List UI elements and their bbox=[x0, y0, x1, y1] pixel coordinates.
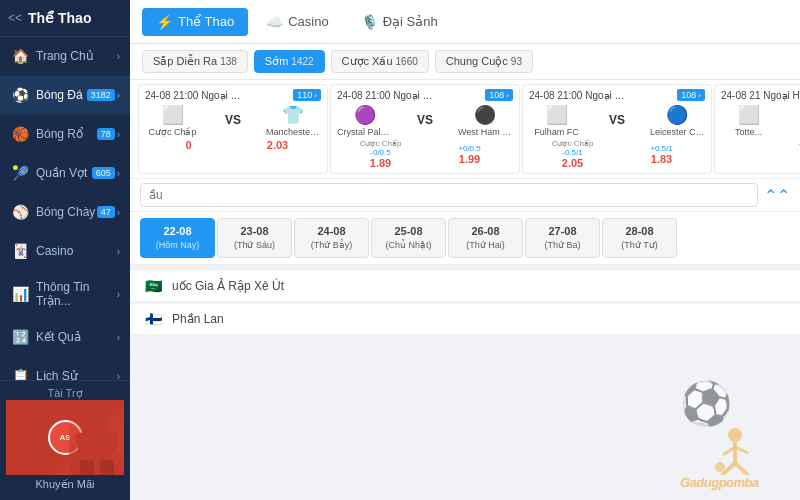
odd-spread-1-1: +0/0.5 bbox=[458, 144, 480, 153]
sidebar-item-label-bong-chay: Bóng Chày bbox=[36, 205, 97, 219]
vs-label-0: VS bbox=[225, 113, 241, 127]
svg-line-11 bbox=[735, 447, 748, 453]
match-teams-1: 🟣 Crystal Palace... VS ⚫ West Ham Uni... bbox=[337, 103, 513, 137]
match-odds-0: 0 2.03 bbox=[145, 139, 321, 151]
sidebar-item-ket-qua[interactable]: 🔢Kết Quả› bbox=[0, 318, 130, 357]
match-card-header-1: 24-08 21:00 Ngoại Hang ... 108 › bbox=[337, 89, 513, 101]
sidebar-item-arrow-thong-tin: › bbox=[117, 289, 120, 300]
date-btn-4[interactable]: 26-08(Thứ Hai) bbox=[448, 218, 523, 258]
search-bar-row: ⌃⌃ bbox=[130, 179, 800, 212]
bong-chay-icon: ⚾ bbox=[10, 202, 30, 222]
filter-btn-cuoc-xau[interactable]: Cược Xấu1660 bbox=[331, 50, 429, 73]
match-card-3[interactable]: 24-08 21 Ngoại Hang ... 108 › ⬜ Totte...… bbox=[714, 84, 800, 174]
sidebar-item-label-bong-ro: Bóng Rổ bbox=[36, 127, 97, 141]
league-name-finland: Phần Lan bbox=[172, 312, 224, 326]
team1-shirt-3: ⬜ bbox=[738, 103, 760, 127]
casino-tab-label: Casino bbox=[288, 14, 328, 29]
casino-tab-icon: ☁️ bbox=[266, 14, 283, 30]
sidebar-item-label-quan-vot: Quần Vợt bbox=[36, 166, 92, 180]
sidebar-back-button[interactable]: << bbox=[8, 11, 22, 25]
promo-label[interactable]: Khuyến Mãi bbox=[6, 475, 124, 494]
league-row-finland[interactable]: 🇫🇮 Phần Lan bbox=[130, 304, 800, 335]
date-sub-3: (Chủ Nhật) bbox=[380, 239, 437, 252]
match-teams-0: ⬜ Cược Chấp VS 👕 Manchester U... bbox=[145, 103, 321, 137]
filter-btn-chung-cuoc[interactable]: Chung Cuộc93 bbox=[435, 50, 533, 73]
sidebar-item-arrow-bong-ro: › bbox=[117, 129, 120, 140]
sidebar-item-trang-chu[interactable]: 🏠Trang Chủ› bbox=[0, 37, 130, 76]
league-row-saudi[interactable]: 🇸🇦 uốc Gia Ả Rập Xê Út bbox=[130, 271, 800, 302]
sidebar-item-count-bong-da: 3182 bbox=[87, 89, 115, 101]
match-card-0[interactable]: 24-08 21:00 Ngoại Hang ... 110 › ⬜ Cược … bbox=[138, 84, 328, 174]
odd-3-0[interactable]: -1/1.5 bbox=[721, 139, 800, 148]
odd-type-2-0: Cược Chấp bbox=[552, 139, 594, 148]
sidebar-item-bong-ro[interactable]: 🏀Bóng Rổ78› bbox=[0, 115, 130, 154]
top-nav: ⚡Thể Thao☁️Casino🎙️Đại Sảnh bbox=[130, 0, 800, 44]
svg-rect-2 bbox=[80, 460, 94, 475]
league-flag-finland: 🇫🇮 bbox=[142, 312, 164, 326]
filter-btn-sap-dien-ra[interactable]: Sắp Diễn Ra138 bbox=[142, 50, 248, 73]
date-btn-0[interactable]: 22-08(Hôm Nay) bbox=[140, 218, 215, 258]
match-card-2[interactable]: 24-08 21:00 Ngoại Hang ... 108 › ⬜ Fulha… bbox=[522, 84, 712, 174]
team1-shirt-1: 🟣 bbox=[354, 103, 376, 127]
som-label: Sớm bbox=[265, 55, 289, 68]
date-btn-5[interactable]: 27-08(Thứ Ba) bbox=[525, 218, 600, 258]
tab-dai-sanh[interactable]: 🎙️Đại Sảnh bbox=[347, 8, 452, 36]
team2-shirt-0: 👕 bbox=[282, 103, 304, 127]
sidebar-item-thong-tin[interactable]: 📊Thông Tin Trận...› bbox=[0, 271, 130, 318]
team1-2: ⬜ Fulham FC bbox=[529, 103, 584, 137]
match-odds-3: -1/1.5 bbox=[721, 139, 800, 148]
date-btn-2[interactable]: 24-08(Thứ Bảy) bbox=[294, 218, 369, 258]
sidebar-item-arrow-ket-qua: › bbox=[117, 332, 120, 343]
team1-shirt-0: ⬜ bbox=[162, 103, 184, 127]
team2-name-0: Manchester U... bbox=[266, 127, 321, 137]
sidebar-item-count-quan-vot: 605 bbox=[92, 167, 115, 179]
vs-label-1: VS bbox=[417, 113, 433, 127]
odd-2-0[interactable]: Cược Chấp -0.5/1 2.05 bbox=[529, 139, 616, 169]
odd-value-1-0: 1.89 bbox=[370, 157, 391, 169]
filter-btn-som[interactable]: Sớm1422 bbox=[254, 50, 325, 73]
svg-line-9 bbox=[735, 463, 748, 475]
team1-name-0: Cược Chấp bbox=[145, 127, 200, 137]
sidebar-item-arrow-lich-su: › bbox=[117, 371, 120, 381]
sidebar-item-arrow-casino: › bbox=[117, 246, 120, 257]
sidebar-item-label-trang-chu: Trang Chủ bbox=[36, 49, 117, 63]
match-card-1[interactable]: 24-08 21:00 Ngoại Hang ... 108 › 🟣 Cryst… bbox=[330, 84, 520, 174]
sidebar-item-bong-chay[interactable]: ⚾Bóng Chày47› bbox=[0, 193, 130, 232]
tab-casino[interactable]: ☁️Casino bbox=[252, 8, 342, 36]
collapse-up-icon[interactable]: ⌃⌃ bbox=[764, 186, 790, 205]
sidebar-item-label-bong-da: Bóng Đá bbox=[36, 88, 87, 102]
sidebar-item-lich-su[interactable]: 📋Lịch Sử› bbox=[0, 357, 130, 380]
date-sub-2: (Thứ Bảy) bbox=[303, 239, 360, 252]
date-btn-1[interactable]: 23-08(Thứ Sáu) bbox=[217, 218, 292, 258]
match-league-0: 24-08 21:00 Ngoại Hang ... bbox=[145, 90, 245, 101]
odd-0-1[interactable]: 2.03 bbox=[234, 139, 321, 151]
cuoc-xau-label: Cược Xấu bbox=[342, 55, 393, 68]
som-count: 1422 bbox=[291, 56, 313, 67]
search-input[interactable] bbox=[140, 183, 758, 207]
sidebar-nav: 🏠Trang Chủ›⚽Bóng Đá3182›🏀Bóng Rổ78›🎾Quần… bbox=[0, 37, 130, 380]
chung-cuoc-label: Chung Cuộc bbox=[446, 55, 508, 68]
sidebar-item-casino[interactable]: 🃏Casino› bbox=[0, 232, 130, 271]
date-day-1: 23-08 bbox=[226, 224, 283, 239]
odd-2-1[interactable]: +0.5/1 1.83 bbox=[618, 144, 705, 165]
chung-cuoc-count: 93 bbox=[511, 56, 522, 67]
sidebar-item-count-bong-ro: 78 bbox=[97, 128, 115, 140]
svg-line-8 bbox=[722, 463, 735, 475]
badge-chevron-0: › bbox=[314, 91, 317, 100]
match-card-header-0: 24-08 21:00 Ngoại Hang ... 110 › bbox=[145, 89, 321, 101]
sidebar-item-arrow-quan-vot: › bbox=[117, 168, 120, 179]
sidebar-item-quan-vot[interactable]: 🎾Quần Vợt605› bbox=[0, 154, 130, 193]
odd-0-0[interactable]: 0 bbox=[145, 139, 232, 151]
sidebar-item-bong-da[interactable]: ⚽Bóng Đá3182› bbox=[0, 76, 130, 115]
odd-type-1-0: Cược Chấp bbox=[360, 139, 402, 148]
odd-1-0[interactable]: Cược Chấp -0/0.5 1.89 bbox=[337, 139, 424, 169]
team2-2: 🔵 Leicester City ... bbox=[650, 103, 705, 137]
team2-1: ⚫ West Ham Uni... bbox=[458, 103, 513, 137]
date-day-6: 28-08 bbox=[611, 224, 668, 239]
sponsor-banner[interactable]: AS bbox=[6, 400, 124, 475]
date-day-0: 22-08 bbox=[149, 224, 206, 239]
date-btn-6[interactable]: 28-08(Thứ Tư) bbox=[602, 218, 677, 258]
odd-1-1[interactable]: +0/0.5 1.99 bbox=[426, 144, 513, 165]
date-btn-3[interactable]: 25-08(Chủ Nhật) bbox=[371, 218, 446, 258]
tab-the-thao[interactable]: ⚡Thể Thao bbox=[142, 8, 248, 36]
